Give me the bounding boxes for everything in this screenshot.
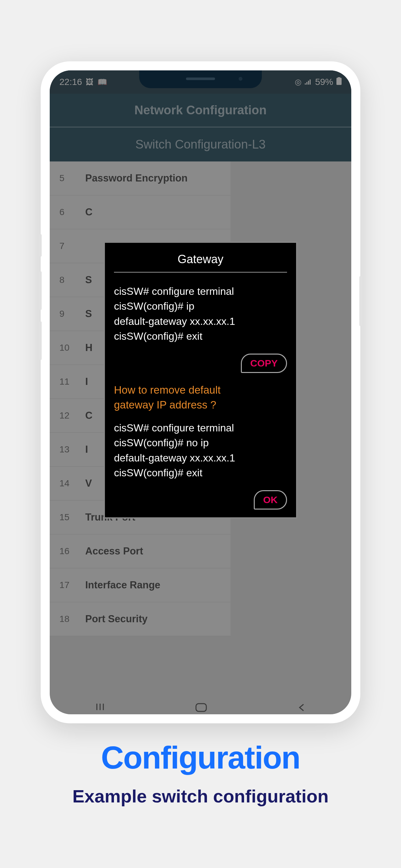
copy-button[interactable]: COPY xyxy=(241,353,287,373)
code-line: cisSW# configure terminal xyxy=(114,284,287,299)
promo-subtitle: Example switch configuration xyxy=(0,786,401,807)
question-line: gateway IP address ? xyxy=(114,398,287,412)
code-line: default-gateway xx.xx.xx.1 xyxy=(114,314,287,329)
dialog-question: How to remove default gateway IP address… xyxy=(114,383,287,412)
code-line: default-gateway xx.xx.xx.1 xyxy=(114,451,287,465)
dialog-code-block-2: cisSW# configure terminal cisSW(config)#… xyxy=(114,421,287,480)
dialog-code-block-1: cisSW# configure terminal cisSW(config)#… xyxy=(114,284,287,344)
code-line: cisSW# configure terminal xyxy=(114,421,287,435)
mute-switch xyxy=(39,234,42,257)
dialog-title: Gateway xyxy=(114,252,287,273)
code-line: cisSW(config)# exit xyxy=(114,329,287,344)
code-line: cisSW(config)# exit xyxy=(114,465,287,480)
code-line: cisSW(config)# ip xyxy=(114,299,287,314)
gateway-dialog: Gateway cisSW# configure terminal cisSW(… xyxy=(104,242,297,519)
volume-up xyxy=(39,271,42,310)
volume-down xyxy=(39,321,42,360)
promo-title: Configuration xyxy=(0,740,401,776)
speaker xyxy=(186,78,215,80)
power-button xyxy=(359,276,362,326)
notch xyxy=(139,70,262,88)
question-line: How to remove default xyxy=(114,383,287,398)
phone-frame: 22:16 🖼 📖 ◎ 59% Network Configuration Sw… xyxy=(41,61,360,723)
phone-screen: 22:16 🖼 📖 ◎ 59% Network Configuration Sw… xyxy=(50,70,351,714)
camera xyxy=(239,77,243,81)
code-line: cisSW(config)# no ip xyxy=(114,435,287,450)
ok-button[interactable]: OK xyxy=(254,490,287,509)
